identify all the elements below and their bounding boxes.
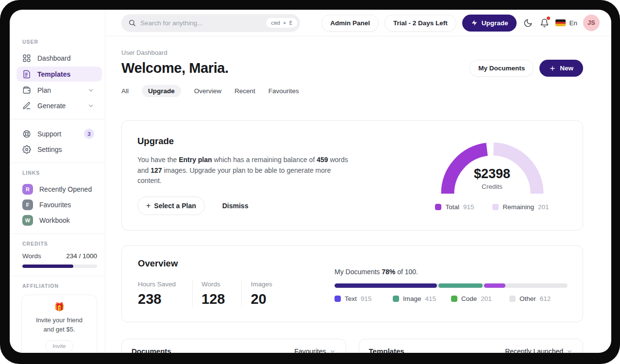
stat-images: Images 20 [241,281,288,307]
tab-all[interactable]: All [121,85,129,97]
legend-label: Total [445,203,459,211]
sidebar-section-credits: CREDITS [22,241,98,247]
sidebar-item-label: Plan [37,86,51,94]
sidebar-item-label: Dashboard [37,54,71,62]
upgrade-card: Upgrade You have the Entry plan which ha… [121,120,583,231]
documents-card: Documents Favourites Untitled Document i… [121,339,346,353]
filter-tabs: All Upgrade Overview Recent Favourites [121,85,583,97]
chevron-down-icon [329,348,336,353]
chevron-down-icon [566,348,573,353]
legend-item-image: Image 415 [393,295,451,302]
sidebar-item-label: Support [37,130,61,138]
affiliation-text-line1: Invite your friend [27,316,92,325]
sidebar-item-templates[interactable]: Templates [17,66,102,82]
new-button-label: New [560,65,573,72]
documents-card-title: Documents [132,347,171,353]
tab-upgrade[interactable]: Upgrade [142,85,181,97]
templates-filter-label: Recently Launched [505,347,563,353]
documents-filter-label: Favourites [294,347,326,353]
notifications-button[interactable] [539,17,550,28]
gear-icon [22,145,31,154]
new-button[interactable]: New [539,60,583,77]
select-plan-button[interactable]: + Select a Plan [137,197,205,215]
sidebar-item-support[interactable]: Support 3 [21,126,98,141]
language-label: En [569,19,577,27]
legend-item-code: Code 201 [451,295,509,302]
tab-favourites[interactable]: Favourites [268,85,299,97]
legend-label: Code [461,295,477,302]
sidebar-section-affiliation: AFFILIATION [22,283,98,289]
select-plan-label: Select a Plan [154,202,196,210]
my-documents-button[interactable]: My Documents [469,60,534,77]
documents-filter-dropdown[interactable]: Favourites [294,347,335,353]
stat-label: Hours Saved [138,281,176,288]
main-content: User Dashboard Welcome, Maria. My Docume… [105,36,611,353]
legend-swatch [393,296,399,302]
app-window: USER Dashboard Templates Plan Generate S… [10,10,611,353]
dark-mode-toggle[interactable] [522,17,533,28]
chevron-down-icon [87,102,94,109]
sidebar-item-plan[interactable]: Plan [21,83,98,98]
credits-progress-bar [22,265,97,268]
link-initial-badge: F [22,199,33,210]
sidebar-item-label: Settings [37,146,62,153]
sidebar-link-recently-opened[interactable]: R Recently Opened [21,182,98,197]
plus-icon [549,65,556,72]
sidebar-item-dashboard[interactable]: Dashboard [21,50,98,66]
stat-label: Images [251,281,272,288]
avatar[interactable]: JS [583,15,600,31]
dismiss-button[interactable]: Dismiss [222,202,249,210]
legend-swatch [335,296,341,302]
trial-status-button[interactable]: Trial - 2 Days Left [385,15,456,32]
legend-value: 915 [361,295,372,302]
tab-overview[interactable]: Overview [194,85,221,97]
templates-filter-dropdown[interactable]: Recently Launched [505,347,573,353]
language-selector[interactable]: En [555,19,577,27]
sidebar-item-label: Favourites [39,201,71,209]
stat-value: 238 [138,291,176,307]
stat-label: Words [201,281,225,288]
documents-progress-label: My Documents 78% of 100. [335,268,568,276]
german-flag-icon [555,19,566,26]
affiliation-card: 🎁 Invite your friend and get $5. Invite [21,295,97,353]
bar-segment-image [438,283,483,288]
legend-value: 612 [540,295,551,302]
sidebar-divider [10,119,105,119]
sidebar-section-links: LINKS [22,170,98,176]
credits-label: Words [22,252,41,260]
admin-panel-button[interactable]: Admin Panel [321,15,379,32]
legend-value: 201 [538,203,549,211]
stat-words: Words 128 [192,281,241,307]
sidebar-link-workbook[interactable]: W Workbook [21,213,98,228]
link-initial-badge: R [22,184,33,195]
overview-card: Overview Hours Saved 238 Words 128 Image… [121,245,583,322]
notification-dot [547,17,550,20]
legend-value: 415 [425,295,436,302]
legend-item-total: Total 915 [435,203,474,211]
upgrade-button[interactable]: Upgrade [462,15,517,32]
sidebar-divider [10,276,105,276]
search-input[interactable] [140,19,262,27]
sidebar-item-label: Recently Opened [39,185,92,193]
sidebar-divider [10,233,105,234]
legend-swatch [451,296,457,302]
sidebar-item-settings[interactable]: Settings [21,142,98,157]
documents-legend: Text 915 Image 415 Code 201 [335,295,568,302]
search-shortcut-badge: cmd + E [266,18,297,28]
legend-item-text: Text 915 [335,295,393,302]
sidebar-item-generate[interactable]: Generate [21,98,98,113]
upgrade-card-body: You have the Entry plan which has a rema… [137,155,353,186]
sidebar-item-label: Templates [37,70,70,78]
tab-recent[interactable]: Recent [235,85,255,97]
link-initial-badge: W [22,215,33,226]
sidebar-link-favourites[interactable]: F Favourites [21,197,98,212]
stat-value: 20 [251,291,272,307]
sidebar-section-user: USER [22,39,98,45]
support-count-badge: 3 [84,129,94,139]
invite-button[interactable]: Invite [45,340,73,352]
overview-stats: Hours Saved 238 Words 128 Images 20 [138,281,335,307]
upgrade-button-label: Upgrade [482,19,508,27]
gauge-value: $2398 [436,166,548,182]
gift-icon: 🎁 [27,302,92,312]
search-bar[interactable]: cmd + E [121,14,300,32]
